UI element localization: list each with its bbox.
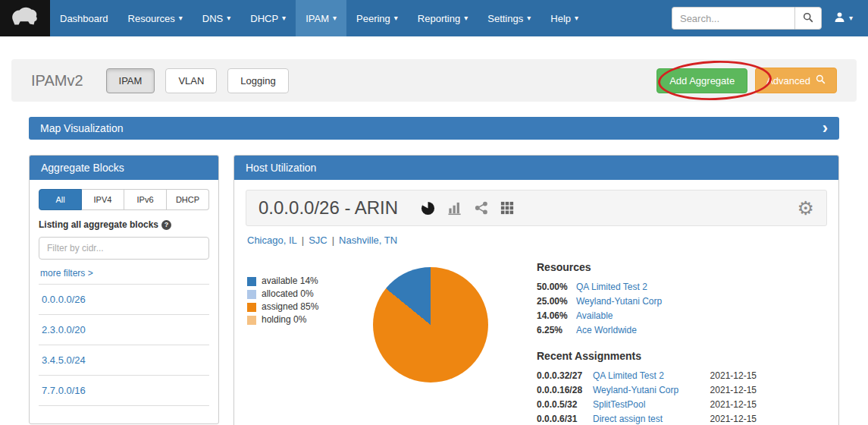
map-visualization-title: Map Visualization	[40, 122, 123, 134]
resources-title: Resources	[537, 261, 757, 273]
tab-dhcp[interactable]: DHCP	[167, 189, 209, 210]
location-link[interactable]: SJC	[309, 235, 327, 246]
host-utilization-header: Host Utilization	[234, 156, 838, 180]
page-title: IPAMv2	[31, 72, 83, 90]
resource-row: 6.25%Ace Worldwide	[537, 325, 757, 336]
chevron-right-icon: ›	[823, 122, 828, 134]
nav-item-peering[interactable]: Peering▾	[346, 0, 408, 36]
add-aggregate-button[interactable]: Add Aggregate	[656, 68, 747, 93]
nav-item-settings[interactable]: Settings▾	[478, 0, 541, 36]
aggregate-blocks-panel: Aggregate Blocks All IPV4 IPv6 DHCP List…	[29, 155, 219, 424]
utilization-stats: Resources 50.00%QA Limited Test 2 25.00%…	[537, 258, 757, 425]
resource-link[interactable]: Available	[576, 310, 613, 322]
more-filters-link[interactable]: more filters >	[40, 268, 93, 279]
legend-swatch	[247, 290, 256, 299]
block-filter-tabs: All IPV4 IPv6 DHCP	[39, 189, 209, 210]
legend-swatch	[247, 316, 256, 325]
bison-logo-icon	[9, 6, 41, 31]
aggregate-blocks-header: Aggregate Blocks	[30, 156, 218, 180]
assignment-link[interactable]: Direct assign test	[593, 414, 663, 425]
user-menu[interactable]: ▾	[828, 0, 859, 36]
resource-row: 50.00%QA Limited Test 2	[537, 282, 757, 293]
bar-chart-view-icon[interactable]	[447, 201, 462, 216]
aggregate-blocks-body: All IPV4 IPv6 DHCP Listing all aggregate…	[30, 180, 218, 423]
search-icon	[803, 12, 813, 25]
nav-item-help[interactable]: Help▾	[541, 0, 588, 36]
nav-item-dashboard[interactable]: Dashboard	[50, 0, 118, 36]
tab-vlan[interactable]: VLAN	[165, 68, 217, 93]
list-item-block[interactable]: 3.4.5.0/24	[39, 345, 209, 375]
assignment-row: 0.0.0.32/27QA Limited Test 22021-12-15	[537, 370, 757, 382]
assignment-link[interactable]: QA Limited Test 2	[593, 370, 664, 382]
resource-link[interactable]: Weyland-Yutani Corp	[576, 296, 662, 307]
caret-down-icon: ▾	[464, 14, 468, 22]
advanced-button[interactable]: Advanced	[755, 68, 837, 93]
list-item-block-partial[interactable]	[39, 405, 209, 423]
caret-down-icon: ▾	[282, 14, 286, 22]
host-utilization-panel: Host Utilization 0.0.0.0/26 - ARIN ⚙ Chi…	[233, 155, 839, 425]
selected-block-title: 0.0.0.0/26 - ARIN	[259, 197, 398, 219]
list-item-block[interactable]: 7.7.0.0/16	[39, 375, 209, 405]
caret-down-icon: ▾	[179, 14, 183, 22]
map-visualization-bar[interactable]: Map Visualization ›	[29, 117, 839, 140]
location-link[interactable]: Nashville, TN	[339, 235, 397, 246]
listing-label: Listing all aggregate blocks?	[39, 219, 209, 230]
utilization-subheader: 0.0.0.0/26 - ARIN ⚙	[246, 190, 827, 226]
legend-swatch	[247, 277, 256, 286]
cidr-filter-input[interactable]	[39, 237, 209, 260]
nav-item-resources[interactable]: Resources▾	[118, 0, 193, 36]
location-separator: |	[332, 235, 334, 246]
legend-item-holding: holding 0%	[247, 313, 361, 326]
gear-icon[interactable]: ⚙	[797, 199, 814, 218]
location-breadcrumb: Chicago, IL|SJC|Nashville, TN	[247, 235, 826, 246]
location-separator: |	[302, 235, 304, 246]
help-question-icon[interactable]: ?	[161, 220, 171, 230]
caret-down-icon: ▾	[575, 14, 578, 22]
pie-chart-view-icon[interactable]	[421, 201, 435, 216]
location-link[interactable]: Chicago, IL	[247, 235, 297, 246]
caret-down-icon: ▾	[227, 14, 230, 22]
nav-item-dns[interactable]: DNS▾	[193, 0, 240, 36]
legend-swatch	[247, 303, 256, 312]
list-item-block[interactable]: 2.3.0.0/20	[39, 314, 209, 345]
logo[interactable]	[0, 0, 50, 36]
assignment-date: 2021-12-15	[703, 399, 757, 411]
tab-ipv6[interactable]: IPv6	[124, 189, 167, 210]
legend-item-available: available 14%	[247, 275, 361, 288]
assignment-link[interactable]: Weyland-Yutani Corp	[593, 385, 678, 396]
nav-item-ipam[interactable]: IPAM▾	[296, 0, 346, 36]
search-button[interactable]	[794, 7, 822, 30]
resource-row: 14.06%Available	[537, 310, 757, 322]
nav-item-reporting[interactable]: Reporting▾	[408, 0, 478, 36]
list-item-block[interactable]: 0.0.0.0/26	[39, 284, 209, 314]
assignment-date: 2021-12-15	[703, 370, 757, 382]
legend-item-assigned: assigned 85%	[247, 301, 361, 313]
aggregate-block-list: 0.0.0.0/26 2.3.0.0/20 3.4.5.0/24 7.7.0.0…	[39, 284, 209, 423]
main-content: Aggregate Blocks All IPV4 IPv6 DHCP List…	[29, 155, 839, 425]
assignment-link[interactable]: SplitTestPool	[593, 399, 645, 411]
utilization-content: available 14% allocated 0% assigned 85% …	[234, 246, 838, 425]
main-menu: Dashboard Resources▾ DNS▾ DHCP▾ IPAM▾ Pe…	[50, 0, 588, 36]
resource-row: 25.00%Weyland-Yutani Corp	[537, 296, 757, 307]
caret-down-icon: ▾	[527, 14, 531, 22]
legend-item-allocated: allocated 0%	[247, 288, 361, 301]
resource-link[interactable]: QA Limited Test 2	[576, 282, 647, 293]
recent-assignments-title: Recent Assignments	[537, 350, 757, 362]
assignment-row: 0.0.0.16/28Weyland-Yutani Corp2021-12-15	[537, 385, 757, 396]
grid-view-icon[interactable]	[500, 201, 514, 215]
search-input[interactable]	[672, 7, 794, 30]
search-group	[672, 7, 822, 30]
assignment-date: 2021-12-15	[703, 414, 757, 425]
pie-chart	[373, 267, 488, 382]
tab-ipam[interactable]: IPAM	[106, 68, 155, 93]
share-icon[interactable]	[475, 201, 488, 215]
tab-all[interactable]: All	[39, 189, 82, 210]
toolbar: IPAMv2 IPAM VLAN Logging Add Aggregate A…	[11, 59, 857, 102]
resource-link[interactable]: Ace Worldwide	[576, 325, 637, 336]
search-icon	[816, 74, 826, 87]
nav-item-dhcp[interactable]: DHCP▾	[240, 0, 296, 36]
assignment-date: 2021-12-15	[703, 385, 757, 396]
tab-ipv4[interactable]: IPV4	[82, 189, 124, 210]
tab-logging[interactable]: Logging	[227, 68, 288, 93]
navbar: Dashboard Resources▾ DNS▾ DHCP▾ IPAM▾ Pe…	[0, 0, 868, 36]
